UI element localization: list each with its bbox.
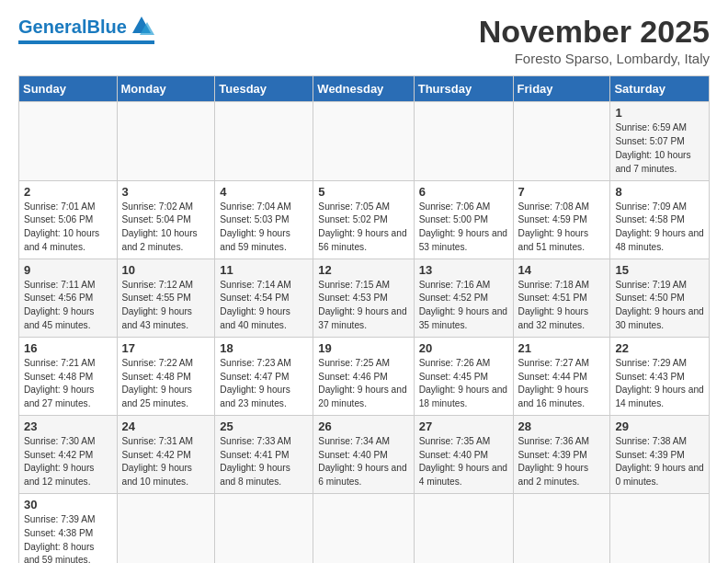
- day-info: Sunrise: 7:11 AM Sunset: 4:56 PM Dayligh…: [24, 279, 112, 333]
- day-cell: [313, 494, 414, 563]
- day-info: Sunrise: 7:16 AM Sunset: 4:52 PM Dayligh…: [419, 279, 508, 333]
- day-cell: 12Sunrise: 7:15 AM Sunset: 4:53 PM Dayli…: [313, 259, 414, 337]
- day-number: 15: [615, 263, 704, 277]
- day-cell: [610, 494, 710, 563]
- day-info: Sunrise: 7:01 AM Sunset: 5:06 PM Dayligh…: [24, 201, 112, 255]
- day-info: Sunrise: 7:21 AM Sunset: 4:48 PM Dayligh…: [24, 357, 112, 411]
- day-cell: 17Sunrise: 7:22 AM Sunset: 4:48 PM Dayli…: [117, 337, 215, 415]
- day-number: 23: [24, 419, 112, 433]
- day-cell: 15Sunrise: 7:19 AM Sunset: 4:50 PM Dayli…: [610, 259, 710, 337]
- day-cell: [513, 494, 610, 563]
- day-number: 21: [518, 341, 606, 355]
- day-info: Sunrise: 7:18 AM Sunset: 4:51 PM Dayligh…: [518, 279, 606, 333]
- day-cell: 26Sunrise: 7:34 AM Sunset: 4:40 PM Dayli…: [313, 415, 414, 493]
- week-row-4: 16Sunrise: 7:21 AM Sunset: 4:48 PM Dayli…: [19, 337, 710, 415]
- day-cell: 9Sunrise: 7:11 AM Sunset: 4:56 PM Daylig…: [19, 259, 118, 337]
- day-info: Sunrise: 7:05 AM Sunset: 5:02 PM Dayligh…: [318, 201, 408, 255]
- day-number: 16: [24, 341, 112, 355]
- day-info: Sunrise: 7:12 AM Sunset: 4:55 PM Dayligh…: [122, 279, 210, 333]
- day-info: Sunrise: 6:59 AM Sunset: 5:07 PM Dayligh…: [615, 121, 704, 176]
- day-cell: 4Sunrise: 7:04 AM Sunset: 5:03 PM Daylig…: [215, 180, 313, 259]
- day-cell: [414, 102, 513, 180]
- day-info: Sunrise: 7:27 AM Sunset: 4:44 PM Dayligh…: [518, 357, 606, 411]
- day-cell: 11Sunrise: 7:14 AM Sunset: 4:54 PM Dayli…: [215, 259, 313, 337]
- day-number: 27: [419, 419, 508, 433]
- weekday-friday: Friday: [513, 76, 610, 102]
- logo-general: General: [18, 17, 86, 37]
- location: Foresto Sparso, Lombardy, Italy: [479, 51, 710, 66]
- day-cell: [19, 102, 118, 180]
- title-area: November 2025 Foresto Sparso, Lombardy, …: [479, 15, 710, 66]
- week-row-6: 30Sunrise: 7:39 AM Sunset: 4:38 PM Dayli…: [19, 494, 710, 563]
- day-info: Sunrise: 7:08 AM Sunset: 4:59 PM Dayligh…: [518, 201, 606, 255]
- day-number: 7: [518, 185, 606, 199]
- day-cell: [117, 102, 215, 180]
- day-cell: [117, 494, 215, 563]
- day-number: 24: [122, 419, 210, 433]
- day-number: 5: [318, 185, 408, 199]
- day-cell: [513, 102, 610, 180]
- day-number: 1: [615, 106, 704, 120]
- day-info: Sunrise: 7:02 AM Sunset: 5:04 PM Dayligh…: [122, 201, 210, 255]
- logo-bar: [18, 40, 154, 44]
- month-title: November 2025: [479, 15, 710, 49]
- day-cell: 14Sunrise: 7:18 AM Sunset: 4:51 PM Dayli…: [513, 259, 610, 337]
- day-number: 14: [518, 263, 606, 277]
- day-info: Sunrise: 7:39 AM Sunset: 4:38 PM Dayligh…: [24, 513, 112, 563]
- day-number: 3: [122, 185, 210, 199]
- week-row-2: 2Sunrise: 7:01 AM Sunset: 5:06 PM Daylig…: [19, 180, 710, 259]
- day-cell: 13Sunrise: 7:16 AM Sunset: 4:52 PM Dayli…: [414, 259, 513, 337]
- day-cell: 10Sunrise: 7:12 AM Sunset: 4:55 PM Dayli…: [117, 259, 215, 337]
- day-cell: 23Sunrise: 7:30 AM Sunset: 4:42 PM Dayli…: [19, 415, 118, 493]
- day-number: 17: [122, 341, 210, 355]
- day-number: 9: [24, 263, 112, 277]
- day-info: Sunrise: 7:14 AM Sunset: 4:54 PM Dayligh…: [220, 279, 308, 333]
- day-info: Sunrise: 7:35 AM Sunset: 4:40 PM Dayligh…: [419, 435, 508, 489]
- day-number: 18: [220, 341, 308, 355]
- day-info: Sunrise: 7:09 AM Sunset: 4:58 PM Dayligh…: [615, 201, 704, 255]
- day-cell: 25Sunrise: 7:33 AM Sunset: 4:41 PM Dayli…: [215, 415, 313, 493]
- day-cell: 28Sunrise: 7:36 AM Sunset: 4:39 PM Dayli…: [513, 415, 610, 493]
- week-row-3: 9Sunrise: 7:11 AM Sunset: 4:56 PM Daylig…: [19, 259, 710, 337]
- day-cell: 19Sunrise: 7:25 AM Sunset: 4:46 PM Dayli…: [313, 337, 414, 415]
- day-cell: 6Sunrise: 7:06 AM Sunset: 5:00 PM Daylig…: [414, 180, 513, 259]
- day-info: Sunrise: 7:22 AM Sunset: 4:48 PM Dayligh…: [122, 357, 210, 411]
- day-cell: 18Sunrise: 7:23 AM Sunset: 4:47 PM Dayli…: [215, 337, 313, 415]
- week-row-5: 23Sunrise: 7:30 AM Sunset: 4:42 PM Dayli…: [19, 415, 710, 493]
- day-info: Sunrise: 7:15 AM Sunset: 4:53 PM Dayligh…: [318, 279, 408, 333]
- day-number: 8: [615, 185, 704, 199]
- day-info: Sunrise: 7:06 AM Sunset: 5:00 PM Dayligh…: [419, 201, 508, 255]
- day-number: 4: [220, 185, 308, 199]
- day-cell: 30Sunrise: 7:39 AM Sunset: 4:38 PM Dayli…: [19, 494, 118, 563]
- day-cell: 8Sunrise: 7:09 AM Sunset: 4:58 PM Daylig…: [610, 180, 710, 259]
- day-number: 11: [220, 263, 308, 277]
- logo-blue: Blue: [86, 17, 126, 37]
- day-info: Sunrise: 7:34 AM Sunset: 4:40 PM Dayligh…: [318, 435, 408, 489]
- day-info: Sunrise: 7:36 AM Sunset: 4:39 PM Dayligh…: [518, 435, 606, 489]
- day-info: Sunrise: 7:26 AM Sunset: 4:45 PM Dayligh…: [419, 357, 508, 411]
- day-cell: 5Sunrise: 7:05 AM Sunset: 5:02 PM Daylig…: [313, 180, 414, 259]
- day-cell: 2Sunrise: 7:01 AM Sunset: 5:06 PM Daylig…: [19, 180, 118, 259]
- day-cell: [414, 494, 513, 563]
- week-row-1: 1Sunrise: 6:59 AM Sunset: 5:07 PM Daylig…: [19, 102, 710, 180]
- day-cell: 27Sunrise: 7:35 AM Sunset: 4:40 PM Dayli…: [414, 415, 513, 493]
- day-number: 19: [318, 341, 408, 355]
- day-cell: 1Sunrise: 6:59 AM Sunset: 5:07 PM Daylig…: [610, 102, 710, 180]
- day-info: Sunrise: 7:04 AM Sunset: 5:03 PM Dayligh…: [220, 201, 308, 255]
- day-number: 25: [220, 419, 308, 433]
- weekday-tuesday: Tuesday: [215, 76, 313, 102]
- logo-icon: [129, 13, 154, 39]
- weekday-monday: Monday: [117, 76, 215, 102]
- day-number: 13: [419, 263, 508, 277]
- day-cell: 7Sunrise: 7:08 AM Sunset: 4:59 PM Daylig…: [513, 180, 610, 259]
- day-info: Sunrise: 7:23 AM Sunset: 4:47 PM Dayligh…: [220, 357, 308, 411]
- weekday-saturday: Saturday: [610, 76, 710, 102]
- logo: GeneralBlue: [18, 15, 154, 44]
- day-cell: 20Sunrise: 7:26 AM Sunset: 4:45 PM Dayli…: [414, 337, 513, 415]
- day-info: Sunrise: 7:19 AM Sunset: 4:50 PM Dayligh…: [615, 279, 704, 333]
- logo-text: GeneralBlue: [18, 17, 127, 37]
- day-cell: 3Sunrise: 7:02 AM Sunset: 5:04 PM Daylig…: [117, 180, 215, 259]
- day-cell: 24Sunrise: 7:31 AM Sunset: 4:42 PM Dayli…: [117, 415, 215, 493]
- weekday-thursday: Thursday: [414, 76, 513, 102]
- day-info: Sunrise: 7:25 AM Sunset: 4:46 PM Dayligh…: [318, 357, 408, 411]
